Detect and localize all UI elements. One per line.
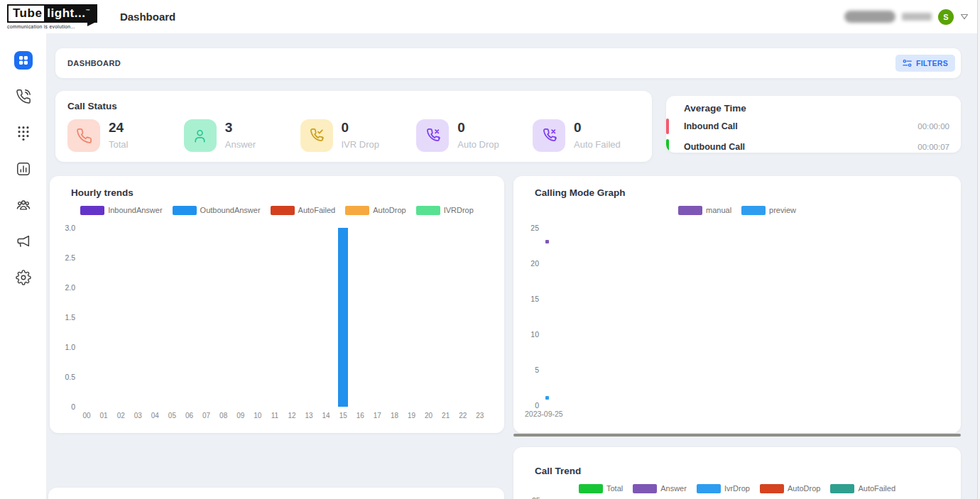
legend-swatch <box>633 484 657 493</box>
legend-item-preview: preview <box>741 205 796 215</box>
bar-slot <box>317 228 334 407</box>
x-tick-label: 05 <box>163 412 180 420</box>
bar-slot <box>78 228 95 407</box>
bar-slot <box>95 228 112 407</box>
horizontal-scrollbar[interactable] <box>513 434 961 437</box>
calling-x-label: 2023-09-25 <box>525 410 961 418</box>
brand-part2: light... <box>47 6 85 20</box>
call-trend-card: Call Trend TotalAnswerIvrDropAutoDropAut… <box>513 447 961 499</box>
legend-swatch <box>697 484 721 493</box>
filters-label: FILTERS <box>916 59 948 67</box>
bar-slot <box>454 228 472 407</box>
main-content: DASHBOARD FILTERS Call Status 24Total <box>46 33 980 499</box>
sidebar-item-dashboard[interactable] <box>14 51 33 70</box>
brand-logo[interactable]: Tube light...™ communication is evolutio… <box>7 4 97 29</box>
dashboard-grid-icon <box>18 55 29 66</box>
phone-call-icon <box>16 89 31 104</box>
legend-item-Total: Total <box>579 483 623 493</box>
y-tick-label: 1.0 <box>65 343 75 351</box>
sidebar-item-dialpad[interactable] <box>14 124 33 142</box>
legend-swatch <box>173 206 197 215</box>
average-time-title: Average Time <box>684 103 949 114</box>
legend-label: AutoFailed <box>858 484 895 493</box>
avatar[interactable]: S <box>938 9 954 25</box>
gear-icon <box>16 270 31 285</box>
y-tick-label: 0.5 <box>65 373 75 381</box>
chevron-down-icon[interactable] <box>960 13 969 20</box>
inbound-call-row: Inbound Call 00:00:00 <box>684 119 949 134</box>
sidebar-item-teams[interactable] <box>14 196 33 214</box>
bar-slot <box>386 228 403 407</box>
breadcrumb: DASHBOARD <box>67 59 121 67</box>
call-trend-legend: TotalAnswerIvrDropAutoDropAutoFailed <box>513 483 961 493</box>
bar-OutboundAnswer <box>338 228 348 407</box>
bottom-left-card <box>48 488 504 499</box>
bar-slot <box>163 228 180 407</box>
filters-button[interactable]: FILTERS <box>895 55 955 72</box>
y-tick-label: 5 <box>535 366 539 374</box>
sidebar-item-reports[interactable] <box>14 160 33 178</box>
stat-auto-failed-label: Auto Failed <box>574 140 621 149</box>
calling-mode-card: Calling Mode Graph manualpreview 2520151… <box>513 176 961 433</box>
outbound-call-value: 00:00:07 <box>918 143 949 151</box>
legend-item-AutoDrop: AutoDrop <box>345 205 405 215</box>
sidebar-item-calls[interactable] <box>14 87 33 106</box>
x-tick-label: 03 <box>129 412 146 420</box>
x-tick-label: 19 <box>403 412 420 420</box>
bar-slot <box>129 228 146 407</box>
stat-total-label: Total <box>109 140 128 149</box>
legend-label: Answer <box>660 484 687 493</box>
dialpad-icon <box>16 125 31 141</box>
data-point-manual <box>545 240 549 243</box>
stat-total: 24Total <box>67 119 174 152</box>
legend-label: IVRDrop <box>444 206 474 214</box>
bar-slot <box>472 228 489 407</box>
call-status-stats: 24Total 3Answer 0IVR Drop 0Auto Drop <box>67 119 639 152</box>
sidebar-item-settings[interactable] <box>14 268 33 287</box>
bar-slot <box>215 228 232 407</box>
stat-ivr-drop-value: 0 <box>342 121 379 134</box>
x-tick-label: 01 <box>95 412 112 420</box>
legend-item-IvrDrop: IvrDrop <box>697 483 750 493</box>
y-tick-label: 20 <box>530 259 539 268</box>
megaphone-icon <box>16 234 31 249</box>
y-tick-label: 10 <box>530 330 539 339</box>
bar-slot <box>369 228 386 407</box>
users-group-icon <box>16 197 31 213</box>
stat-total-value: 24 <box>109 121 128 134</box>
legend-swatch <box>741 206 766 215</box>
legend-label: InboundAnswer <box>108 206 162 214</box>
x-tick-label: 17 <box>369 412 386 420</box>
y-tick-label: 3.0 <box>65 224 75 232</box>
vertical-scrollbar[interactable] <box>977 0 980 499</box>
x-tick-label: 10 <box>249 412 266 420</box>
legend-item-AutoDrop: AutoDrop <box>760 483 820 493</box>
x-tick-label: 00 <box>78 412 95 420</box>
outbound-color-bar <box>666 139 669 153</box>
bar-slot <box>352 228 369 407</box>
bar-slot <box>232 228 249 407</box>
sidebar-item-announcements[interactable] <box>14 232 33 251</box>
y-tick-label: 2.0 <box>65 283 75 292</box>
legend-label: AutoDrop <box>373 206 405 214</box>
stat-auto-failed: 0Auto Failed <box>533 119 639 152</box>
x-tick-label: 08 <box>215 412 232 420</box>
call-trend-ytick: 25 <box>532 496 961 499</box>
legend-swatch <box>830 484 854 493</box>
y-tick-label: 25 <box>530 224 539 232</box>
redacted-username <box>902 13 932 21</box>
legend-item-IVRDrop: IVRDrop <box>416 205 474 215</box>
x-tick-label: 21 <box>437 412 454 420</box>
phone-x-icon <box>533 119 565 152</box>
legend-item-manual: manual <box>678 205 731 215</box>
hourly-trends-legend: InboundAnswerOutboundAnswerAutoFailedAut… <box>50 205 504 215</box>
x-tick-label: 22 <box>454 412 472 420</box>
user-icon <box>184 119 217 152</box>
bar-slot <box>300 228 317 407</box>
x-tick-label: 16 <box>352 412 369 420</box>
legend-swatch <box>579 484 603 493</box>
top-bar: Tube light...™ communication is evolutio… <box>0 0 980 33</box>
bar-slot <box>403 228 420 407</box>
legend-swatch <box>345 206 369 215</box>
x-tick-label: 02 <box>112 412 129 420</box>
